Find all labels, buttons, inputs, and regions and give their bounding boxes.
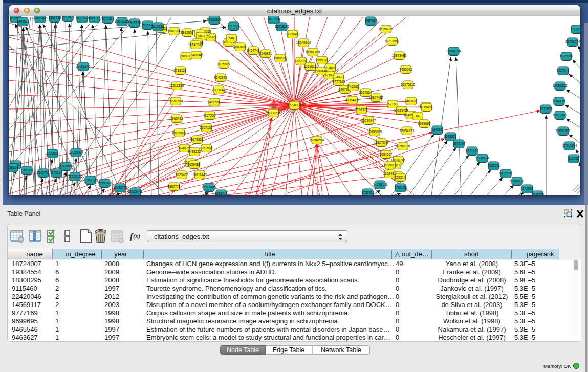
svg-text:9427552: 9427552 — [208, 100, 221, 104]
svg-text:12923448: 12923448 — [128, 190, 143, 193]
svg-text:9084067: 9084067 — [380, 152, 393, 156]
svg-text:12505135: 12505135 — [68, 174, 83, 178]
svg-text:1588520: 1588520 — [274, 56, 287, 60]
svg-text:10654112: 10654112 — [510, 179, 524, 183]
svg-text:19218506: 19218506 — [275, 25, 290, 28]
svg-text:19384554: 19384554 — [310, 138, 324, 142]
svg-text:1293448: 1293448 — [215, 192, 228, 195]
svg-text:9498222: 9498222 — [188, 150, 201, 154]
svg-text:8678335: 8678335 — [191, 138, 204, 141]
svg-text:16210643: 16210643 — [553, 113, 568, 117]
svg-text:3267130: 3267130 — [200, 126, 213, 129]
svg-text:164095: 164095 — [431, 128, 443, 132]
svg-text:19166827: 19166827 — [172, 131, 187, 135]
svg-text:14136141: 14136141 — [373, 183, 388, 186]
svg-text:13325419: 13325419 — [285, 32, 300, 36]
svg-text:7632621: 7632621 — [488, 164, 500, 167]
svg-text:2020653: 2020653 — [46, 151, 59, 155]
svg-text:9857771: 9857771 — [168, 185, 181, 188]
svg-text:1733426: 1733426 — [362, 191, 375, 194]
svg-text:18807249: 18807249 — [374, 141, 389, 144]
svg-text:18640910: 18640910 — [296, 41, 311, 45]
svg-text:1071913: 1071913 — [102, 17, 115, 20]
svg-text:7515526: 7515526 — [128, 21, 141, 25]
svg-text:7357224: 7357224 — [227, 24, 240, 28]
svg-text:16782759: 16782759 — [113, 186, 128, 189]
svg-text:64: 64 — [416, 114, 420, 118]
svg-text:20153346: 20153346 — [76, 64, 91, 68]
svg-text:3215953: 3215953 — [540, 107, 553, 111]
svg-text:1244415: 1244415 — [553, 99, 565, 103]
svg-text:9245652: 9245652 — [532, 193, 545, 195]
svg-text:1342757: 1342757 — [37, 171, 50, 174]
svg-text:12093852: 12093852 — [553, 84, 568, 87]
svg-text:12975115: 12975115 — [401, 83, 415, 86]
svg-text:16648794: 16648794 — [446, 49, 461, 53]
svg-text:15720407: 15720407 — [361, 119, 376, 122]
svg-text:7986372: 7986372 — [355, 108, 368, 112]
svg-text:8912954: 8912954 — [181, 31, 194, 34]
svg-text:1352732: 1352732 — [49, 16, 61, 19]
svg-text:1112876: 1112876 — [571, 27, 580, 31]
svg-text:2718126: 2718126 — [174, 69, 187, 72]
svg-text:9146821: 9146821 — [259, 52, 272, 55]
svg-text:1156829: 1156829 — [20, 168, 33, 172]
svg-text:2803144: 2803144 — [212, 88, 225, 92]
svg-text:17359924: 17359924 — [69, 150, 84, 154]
svg-text:1724007: 1724007 — [287, 103, 301, 107]
svg-text:9474444: 9474444 — [466, 149, 478, 152]
svg-text:9699695: 9699695 — [418, 122, 431, 125]
svg-text:62160: 62160 — [388, 102, 397, 106]
svg-text:12213389: 12213389 — [169, 84, 184, 87]
svg-text:9227342: 9227342 — [557, 69, 570, 72]
svg-text:7485063: 7485063 — [400, 68, 412, 71]
svg-text:16033809: 16033809 — [207, 18, 222, 21]
svg-text:17016504: 17016504 — [562, 144, 577, 147]
svg-text:116753: 116753 — [569, 157, 579, 160]
svg-text:1353594: 1353594 — [200, 146, 213, 150]
svg-text:1405571: 1405571 — [17, 19, 30, 23]
svg-text:1527602: 1527602 — [76, 16, 89, 20]
svg-text:9115460: 9115460 — [420, 105, 433, 109]
svg-text:1362615: 1362615 — [304, 64, 317, 68]
svg-text:98901: 98901 — [181, 54, 190, 58]
svg-text:16671385: 16671385 — [115, 19, 129, 23]
svg-text:1063527: 1063527 — [62, 16, 75, 19]
svg-text:(x): (x) — [133, 233, 140, 240]
svg-text:16543362: 16543362 — [188, 43, 203, 47]
svg-text:9242848: 9242848 — [214, 76, 227, 79]
svg-text:17957225: 17957225 — [83, 178, 98, 182]
svg-text:8454749: 8454749 — [247, 49, 260, 52]
svg-text:2087682: 2087682 — [365, 19, 378, 23]
svg-text:3875685: 3875685 — [217, 62, 230, 66]
svg-text:7625402: 7625402 — [176, 173, 188, 177]
svg-text:15716485: 15716485 — [202, 185, 216, 189]
svg-text:9245652: 9245652 — [521, 187, 534, 190]
svg-text:2867608: 2867608 — [234, 45, 247, 49]
svg-text:1815112: 1815112 — [384, 163, 397, 167]
svg-text:939164: 939164 — [9, 166, 18, 169]
svg-text:6879197: 6879197 — [453, 142, 466, 145]
svg-text:12213967: 12213967 — [385, 39, 400, 43]
svg-text:546: 546 — [229, 36, 234, 40]
svg-text:16154838: 16154838 — [379, 27, 394, 31]
svg-text:252214: 252214 — [395, 176, 406, 179]
svg-text:8990448: 8990448 — [315, 69, 328, 73]
svg-text:20691406: 20691406 — [33, 16, 48, 20]
svg-text:8813054: 8813054 — [268, 17, 280, 21]
svg-text:20975867: 20975867 — [59, 164, 74, 168]
svg-text:1965493: 1965493 — [170, 117, 183, 120]
svg-text:1145194: 1145194 — [50, 171, 63, 174]
svg-text:15300285: 15300285 — [266, 111, 281, 115]
svg-text:9827: 9827 — [198, 34, 206, 38]
svg-text:16961758: 16961758 — [306, 50, 320, 54]
svg-text:7955812: 7955812 — [316, 58, 329, 62]
svg-text:8471676: 8471676 — [499, 171, 512, 175]
svg-text:1352481: 1352481 — [383, 172, 396, 176]
svg-text:6466160: 6466160 — [88, 16, 101, 20]
svg-text:746266: 746266 — [347, 85, 359, 89]
svg-text:10973493: 10973493 — [392, 54, 407, 57]
svg-text:10807487: 10807487 — [369, 96, 384, 99]
svg-text:9777169: 9777169 — [333, 80, 345, 83]
svg-text:6322037: 6322037 — [295, 59, 308, 63]
